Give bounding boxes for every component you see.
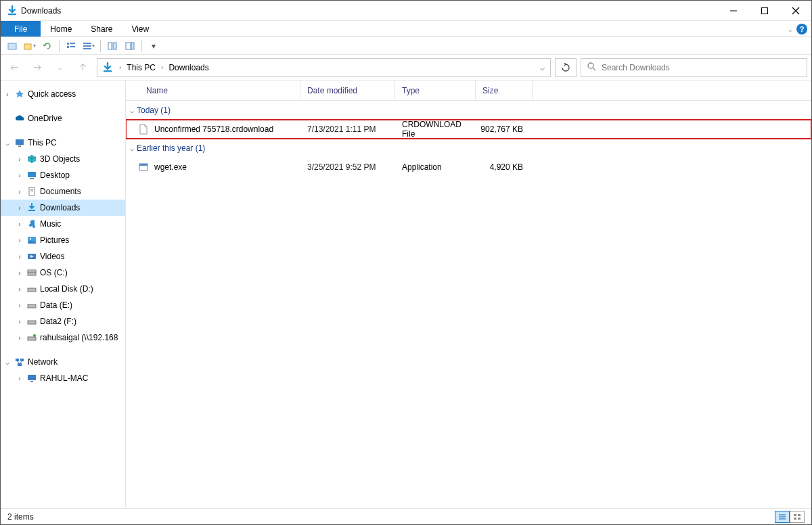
video-icon (26, 251, 37, 262)
view-thumbnails-button[interactable] (790, 511, 805, 523)
nav-quick-access[interactable]: › Quick access (1, 86, 125, 102)
column-type[interactable]: Type (395, 81, 476, 100)
svg-rect-22 (18, 145, 21, 147)
nav-network-computer[interactable]: › RAHUL-MAC (1, 370, 125, 386)
svg-rect-8 (70, 43, 75, 44)
nav-downloads[interactable]: › Downloads (1, 200, 125, 216)
breadcrumb-chevron-icon[interactable]: › (116, 64, 124, 71)
nav-recent-button[interactable]: ⌵ (51, 58, 70, 77)
ribbon-expand-icon[interactable]: ⌵ (788, 26, 792, 33)
help-button[interactable]: ? (796, 24, 807, 35)
file-row[interactable]: Unconfirmed 755718.crdownload 7/13/2021 … (126, 120, 811, 139)
minimize-button[interactable] (718, 1, 749, 21)
maximize-button[interactable] (749, 1, 780, 21)
column-date[interactable]: Date modified (300, 81, 395, 100)
nav-drive-f[interactable]: › Data2 (F:) (1, 313, 125, 329)
svg-rect-36 (28, 321, 36, 324)
drive-icon (26, 283, 37, 294)
downloads-folder-icon (6, 5, 18, 17)
svg-rect-21 (16, 139, 24, 145)
network-icon (14, 357, 25, 367)
svg-rect-2 (762, 7, 768, 14)
document-icon (26, 186, 37, 197)
caret-down-icon: ⌵ (130, 107, 134, 114)
drive-icon (26, 300, 37, 311)
address-bar[interactable]: › This PC › Downloads ⌵ (97, 58, 551, 77)
svg-rect-28 (28, 210, 35, 211)
svg-rect-13 (83, 48, 91, 49)
nav-forward-button[interactable]: 🡢 (28, 58, 47, 77)
qat-details-pane-icon[interactable] (122, 39, 137, 53)
nav-onedrive[interactable]: OneDrive (1, 110, 125, 127)
svg-rect-18 (104, 70, 112, 72)
breadcrumb-chevron-icon[interactable]: › (158, 64, 166, 71)
qat-view-details-icon[interactable] (64, 39, 78, 53)
nav-network[interactable]: ⌵ Network (1, 354, 125, 370)
tab-view[interactable]: View (122, 21, 158, 37)
star-icon (14, 89, 25, 99)
file-name: wget.exe (154, 162, 187, 172)
svg-rect-51 (794, 514, 796, 516)
file-name: Unconfirmed 755718.crdownload (154, 124, 273, 134)
nav-music[interactable]: › Music (1, 216, 125, 232)
address-folder-icon (102, 62, 114, 74)
qat-new-folder-icon[interactable]: ▾ (22, 39, 37, 53)
ribbon-tabs: File Home Share View ⌵ ? (1, 21, 811, 37)
search-placeholder: Search Downloads (602, 63, 670, 72)
column-size[interactable]: Size (476, 81, 533, 100)
view-details-button[interactable] (775, 511, 790, 523)
nav-documents[interactable]: › Documents (1, 183, 125, 200)
nav-this-pc[interactable]: ⌵ This PC (1, 135, 125, 151)
nav-network-share[interactable]: › rahulsaigal (\\192.168 (1, 329, 125, 346)
svg-rect-47 (139, 164, 148, 166)
nav-desktop[interactable]: › Desktop (1, 167, 125, 183)
nav-drive-c[interactable]: › OS (C:) (1, 265, 125, 281)
svg-rect-14 (108, 43, 112, 49)
svg-rect-34 (28, 288, 36, 292)
svg-rect-11 (83, 43, 91, 44)
address-row: 🡠 🡢 ⌵ 🡡 › This PC › Downloads ⌵ Search D… (1, 55, 811, 81)
cloud-icon (14, 113, 25, 124)
breadcrumb-downloads[interactable]: Downloads (168, 63, 208, 72)
qat-properties-icon[interactable] (5, 39, 20, 53)
file-row[interactable]: wget.exe 3/25/2021 9:52 PM Application 4… (126, 158, 811, 177)
svg-rect-52 (798, 514, 800, 516)
tab-share[interactable]: Share (81, 21, 122, 37)
nav-3d-objects[interactable]: › 3D Objects (1, 151, 125, 167)
nav-videos[interactable]: › Videos (1, 248, 125, 265)
nav-pictures[interactable]: › Pictures (1, 232, 125, 248)
drive-icon (26, 267, 37, 278)
picture-icon (26, 235, 37, 246)
group-earlier[interactable]: ⌵ Earlier this year (1) (126, 139, 811, 158)
caret-down-icon: ⌵ (130, 145, 134, 152)
drive-icon (26, 316, 37, 327)
close-button[interactable] (780, 1, 811, 21)
nav-back-button[interactable]: 🡠 (5, 58, 24, 77)
tab-file[interactable]: File (1, 21, 41, 37)
qat-customize-icon[interactable]: ▾ (146, 39, 161, 53)
qat-undo-icon[interactable] (40, 39, 55, 53)
nav-drive-e[interactable]: › Data (E:) (1, 297, 125, 313)
nav-up-button[interactable]: 🡡 (74, 58, 93, 77)
breadcrumb-this-pc[interactable]: This PC (127, 63, 156, 72)
qat-view-list-icon[interactable]: ▾ (81, 39, 96, 53)
search-input[interactable]: Search Downloads (581, 58, 807, 77)
column-name[interactable]: Name (126, 81, 300, 100)
svg-rect-24 (30, 178, 34, 179)
file-list-pane: Name Date modified Type Size ⌵ Today (1)… (126, 81, 811, 508)
svg-line-42 (17, 361, 20, 363)
svg-rect-6 (24, 44, 31, 49)
tab-home[interactable]: Home (41, 21, 81, 37)
window-title: Downloads (21, 6, 61, 16)
svg-rect-44 (28, 375, 36, 380)
svg-rect-41 (18, 363, 22, 366)
svg-point-38 (33, 334, 36, 337)
qat-preview-pane-icon[interactable] (105, 39, 120, 53)
group-today[interactable]: ⌵ Today (1) (126, 101, 811, 120)
address-history-dropdown[interactable]: ⌵ (534, 63, 550, 72)
status-bar: 2 items (1, 508, 811, 524)
nav-drive-d[interactable]: › Local Disk (D:) (1, 281, 125, 297)
svg-line-20 (593, 68, 595, 70)
caret-down-icon: ⌵ (3, 359, 12, 366)
refresh-button[interactable] (555, 58, 577, 77)
